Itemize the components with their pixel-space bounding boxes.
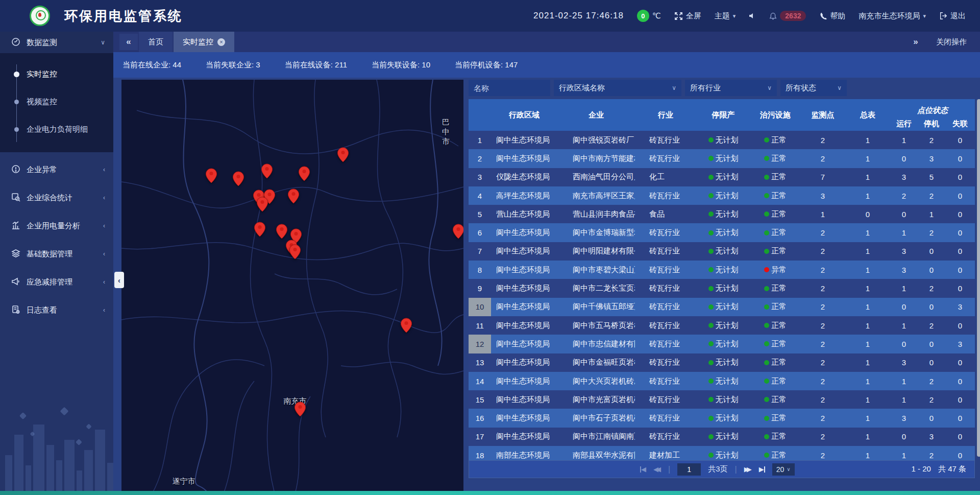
status-label: 正常	[771, 191, 787, 201]
map-pin-15[interactable]	[401, 318, 412, 335]
cell-meters: 1	[845, 446, 890, 460]
sidebar-item-视频监控[interactable]: 视频监控	[0, 88, 113, 115]
map-pin-4[interactable]	[337, 147, 349, 164]
tabs-scroll-right-button[interactable]: »	[906, 34, 925, 50]
table-row[interactable]: 3仪陇生态环境局西南油气田分公司川中化工无计划正常71350	[469, 168, 975, 186]
user-org-dropdown[interactable]: 南充市生态环境局▾	[859, 11, 926, 21]
status-dot	[708, 453, 714, 458]
mute-button[interactable]	[749, 12, 756, 19]
fullscreen-button[interactable]: 全屏	[674, 11, 701, 21]
cell-facility-status: 正常	[750, 390, 800, 409]
table-row[interactable]: 10阆中生态环境局阆中千佛镇五郎垭页岩砖瓦行业无计划正常21003	[469, 298, 975, 316]
map-pin-3[interactable]	[299, 166, 310, 183]
first-page-button[interactable]: ◀	[640, 465, 646, 473]
table-row[interactable]: 15阆中生态环境局阆中市光富页岩机砖厂砖瓦行业无计划正常21120	[469, 390, 975, 409]
table-row[interactable]: 6阆中生态环境局阆中市金博瑞新型墙材砖瓦行业无计划正常21120	[469, 223, 975, 242]
sidebar-item-企业用电量分析[interactable]: 企业用电量分析‹	[0, 215, 113, 237]
sidebar-item-基础数据管理[interactable]: 基础数据管理‹	[0, 243, 113, 265]
table-row[interactable]: 18南部生态环境局南部县双华水泥有限公建材加工无计划正常21120	[469, 446, 975, 460]
map-pin-16[interactable]	[295, 402, 306, 419]
cell-offline: 3	[945, 298, 975, 316]
table-row[interactable]: 14阆中生态环境局阆中大兴页岩机砖厂砖瓦行业无计划正常21120	[469, 372, 975, 390]
status-label: 无计划	[716, 339, 739, 349]
page-number-input[interactable]	[677, 463, 701, 476]
tab-首页[interactable]: 首页	[139, 32, 173, 52]
sidebar-item-日志查看[interactable]: 日志查看‹	[0, 299, 113, 321]
table-scrollbar[interactable]	[977, 99, 980, 457]
status-dot	[708, 175, 714, 180]
sidebar: 数据监测∨实时监控视频监控企业电力负荷明细企业异常‹企业综合统计‹企业用电量分析…	[0, 32, 113, 491]
table-row[interactable]: 11阆中生态环境局阆中市五马桥页岩机砖砖瓦行业无计划正常21120	[469, 316, 975, 335]
company-panel: 行政区域名称∨ 所有行业∨ 所有状态∨ 行政区域企业行业停限产治污设施监测点总表…	[469, 80, 975, 479]
table-row[interactable]: 12阆中生态环境局阆中市忠信建材有限公砖瓦行业无计划正常21003	[469, 335, 975, 353]
table-row[interactable]: 8阆中生态环境局阆中市枣碧大梁山页岩砖瓦行业无计划异常21300	[469, 261, 975, 279]
sidebar-item-企业电力负荷明细[interactable]: 企业电力负荷明细	[0, 115, 113, 143]
cell-industry: 砖瓦行业	[635, 316, 696, 335]
cell-company: 阆中明阳建材有限公司	[557, 242, 635, 261]
map-pin-1[interactable]	[233, 171, 244, 188]
prev-page-button[interactable]: ◀◀	[653, 465, 658, 473]
tabs-scroll-left-button[interactable]: «	[119, 34, 138, 50]
sidebar-item-企业综合统计[interactable]: 企业综合统计‹	[0, 187, 113, 208]
table-row[interactable]: 17阆中生态环境局阆中市江南镇阆南页岩砖瓦行业无计划正常21030	[469, 428, 975, 446]
table-row[interactable]: 13阆中生态环境局阆中市金福旺页岩机砖砖瓦行业无计划正常21300	[469, 353, 975, 372]
industry-filter-select[interactable]: 所有行业∨	[685, 80, 777, 96]
table-row[interactable]: 9阆中生态环境局阆中市二龙长宝页岩砖砖瓦行业无计划正常21120	[469, 279, 975, 297]
map-pin-7[interactable]	[257, 197, 268, 214]
region-filter-select[interactable]: 行政区域名称∨	[554, 80, 681, 96]
table-row[interactable]: 1阆中生态环境局阆中强锐页岩砖厂砖瓦行业无计划正常21120	[469, 131, 975, 149]
table-row[interactable]: 5营山生态环境局营山县润丰肉食品有限食品无计划正常10010	[469, 205, 975, 223]
sidebar-collapse-handle[interactable]: ‹	[114, 272, 124, 288]
tab-label: 首页	[148, 37, 163, 47]
page-size-select[interactable]: 20∨	[772, 463, 795, 476]
map-pin-9[interactable]	[254, 222, 266, 239]
col-header-index	[469, 99, 491, 131]
cell-points: 2	[800, 353, 845, 372]
cell-meters: 1	[845, 168, 890, 186]
cell-company: 阆中市二龙长宝页岩砖	[557, 279, 635, 297]
last-page-button[interactable]: ▶	[759, 465, 765, 473]
map[interactable]: 巴中市南充市遂宁市	[121, 80, 463, 493]
table-row[interactable]: 2阆中生态环境局阆中市南方节能建材有砖瓦行业无计划正常21030	[469, 149, 975, 168]
next-page-button[interactable]: ▶▶	[744, 465, 749, 473]
sidebar-item-企业异常[interactable]: 企业异常‹	[0, 159, 113, 180]
name-filter-input[interactable]	[469, 80, 550, 96]
help-button[interactable]: 帮助	[819, 11, 845, 21]
map-pin-2[interactable]	[261, 163, 273, 181]
table-row[interactable]: 16阆中生态环境局阆中市石子页岩机砖厂砖瓦行业无计划正常21300	[469, 409, 975, 427]
sidebar-item-实时监控[interactable]: 实时监控	[0, 60, 113, 88]
close-operations-button[interactable]: 关闭操作	[936, 37, 967, 47]
status-label: 异常	[771, 265, 787, 275]
logout-button[interactable]: 退出	[939, 11, 966, 21]
map-pin-10[interactable]	[276, 224, 288, 241]
notifications-button[interactable]: 2632	[769, 11, 806, 21]
cell-plan-status: 无计划	[696, 409, 750, 427]
map-pin-14[interactable]	[453, 224, 464, 241]
theme-dropdown[interactable]: 主题▾	[715, 11, 736, 21]
tab-实时监控[interactable]: 实时监控×	[174, 32, 234, 52]
cell-offline: 0	[945, 316, 975, 335]
notification-count-badge: 2632	[780, 11, 806, 21]
cell-stopped: 2	[918, 372, 945, 390]
table-row[interactable]: 7阆中生态环境局阆中明阳建材有限公司砖瓦行业无计划正常21300	[469, 242, 975, 261]
cell-plan-status: 无计划	[696, 353, 750, 372]
map-pin-0[interactable]	[206, 168, 217, 185]
status-label: 正常	[771, 376, 787, 386]
cell-region: 阆中生态环境局	[491, 223, 557, 242]
cell-stopped: 0	[918, 298, 945, 316]
map-pin-13[interactable]	[289, 244, 301, 262]
cell-meters: 1	[845, 428, 890, 446]
cell-offline: 0	[945, 446, 975, 460]
sidebar-item-应急减排管理[interactable]: 应急减排管理‹	[0, 271, 113, 293]
status-filter-select[interactable]: 所有状态∨	[780, 80, 847, 96]
status-dot	[764, 267, 769, 272]
table-row[interactable]: 4高坪生态环境局南充市高坪区王家店建砖瓦行业无计划正常31220	[469, 186, 975, 205]
stats-bar: 当前在线企业: 44当前失联企业: 3当前在线设备: 211当前失联设备: 10…	[113, 52, 980, 78]
sidebar-subitem-label: 视频监控	[27, 97, 57, 107]
fullscreen-icon	[674, 12, 683, 20]
close-icon[interactable]: ×	[217, 38, 225, 46]
sidebar-submenu: 实时监控视频监控企业电力负荷明细	[0, 53, 113, 152]
cell-stopped: 2	[918, 390, 945, 409]
map-pin-8[interactable]	[288, 188, 300, 206]
sidebar-item-数据监测[interactable]: 数据监测∨	[0, 32, 113, 53]
